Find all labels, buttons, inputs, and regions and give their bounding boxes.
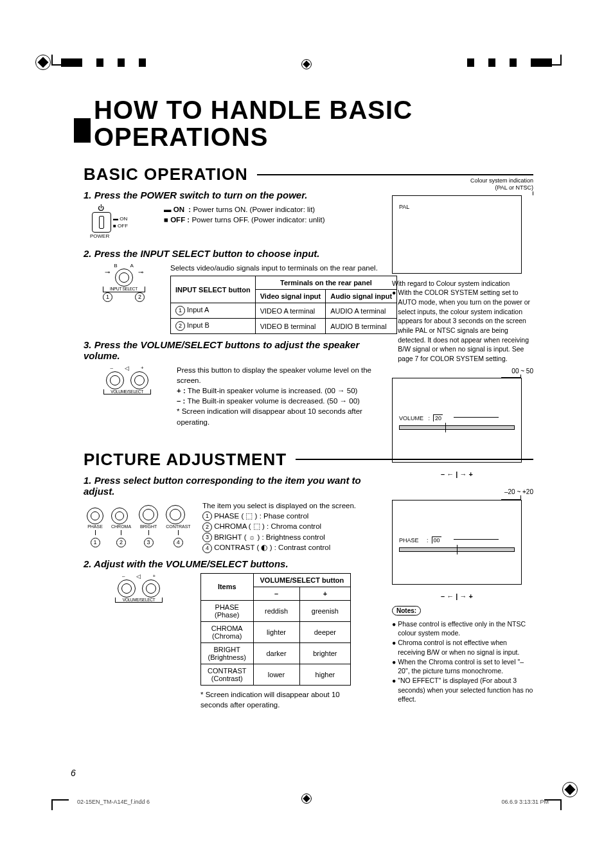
footer-line: 02-15EN_TM-A14E_f.indd 606.6.9 3:13:31 P… — [77, 799, 549, 805]
volume-range-label: 00 ~ 50 — [392, 368, 533, 375]
colour-system-caption: Colour system indication(PAL or NTSC) — [392, 177, 533, 191]
adjustment-table: ItemsVOLUME/SELECT button –+ PHASE(Phase… — [200, 573, 351, 686]
volume-select-diagram: –◁+ VOLUME/SELECT — [84, 365, 170, 394]
power-switch-diagram: ⏻ ▬ ON ■ OFF POWER — [90, 204, 148, 243]
osd-colour-system: PAL — [392, 195, 522, 274]
input-select-desc: Selects video/audio signals input to ter… — [170, 263, 397, 273]
osd-phase: PHASE : 00 – ← | → + — [392, 500, 522, 585]
adj-footnote: * Screen indication will disappear about… — [200, 689, 368, 710]
pa-step-1-title: 1. Press select button corresponding to … — [84, 475, 366, 497]
input-select-diagram: BA ⊸⊸ INPUT SELECT 12 — [84, 263, 164, 302]
print-marks-right — [453, 58, 552, 66]
volume-select-diagram-2: –◁+ VOLUME/SELECT — [84, 573, 194, 603]
colour-system-note: With regard to Colour system indication … — [392, 279, 533, 364]
page-main-title: HOW TO HANDLE BASICOPERATIONS — [94, 96, 533, 150]
print-marks-left — [61, 58, 160, 66]
notes-list: ● Phase control is effective only in the… — [392, 619, 533, 704]
osd-volume: VOLUME : 20 – ← | → + — [392, 378, 522, 463]
volume-desc: Press this button to display the speaker… — [177, 365, 373, 427]
input-select-table: INPUT SELECT buttonTerminals on the rear… — [170, 276, 397, 334]
picture-select-desc: The item you select is displayed on the … — [202, 500, 356, 553]
crop-mark-bl — [51, 799, 69, 810]
phase-range-label: –20 ~ +20 — [392, 488, 533, 495]
notes-heading: Notes: — [392, 606, 421, 616]
power-description: ▬ ON : Power turns ON. (Power indicator:… — [164, 204, 324, 225]
picture-knob-diagram: PHASE1 CHROMA2 BRIGHT3 CONTRAST4 — [84, 500, 196, 548]
step-3-title: 3. Press the VOLUME/SELECT buttons to ad… — [84, 339, 366, 361]
page-number: 6 — [71, 768, 76, 778]
